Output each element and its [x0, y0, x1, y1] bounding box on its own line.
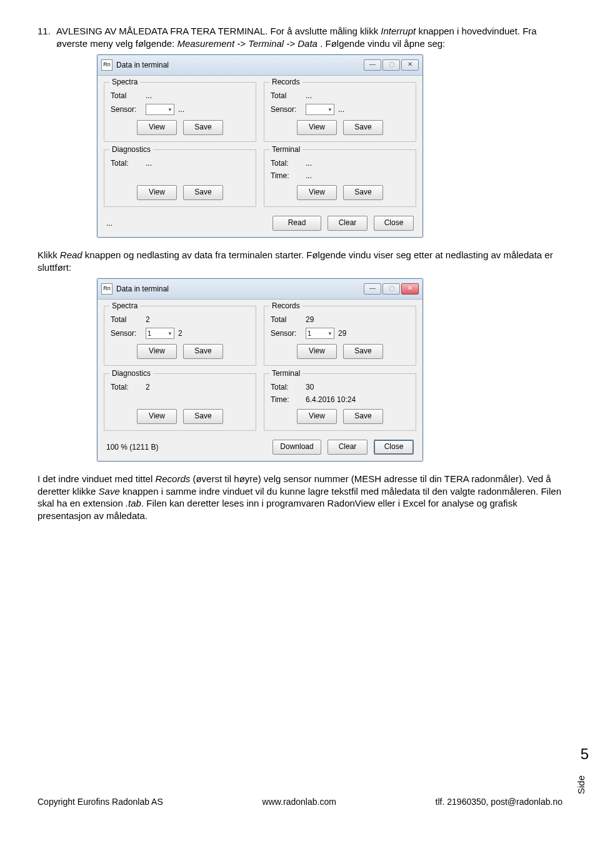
- sensor-dropdown[interactable]: 1▼: [306, 328, 334, 339]
- dialog-data-in-terminal-1: Rn Data in terminal — ▢ ✕ Spectra Total.…: [97, 54, 423, 238]
- titlebar: Rn Data in terminal — ▢ ✕: [98, 279, 422, 300]
- status-text: 100 % (1211 B): [106, 443, 266, 452]
- save-button[interactable]: Save: [183, 185, 223, 200]
- chevron-down-icon: ▼: [328, 331, 332, 336]
- minimize-icon[interactable]: —: [364, 59, 381, 71]
- titlebar: Rn Data in terminal — ▢ ✕: [98, 55, 422, 76]
- value-total: 2: [146, 383, 164, 391]
- group-records: Records Total... Sensor: ▼ ... View Save: [264, 82, 416, 142]
- value-total: ...: [306, 159, 324, 168]
- save-button[interactable]: Save: [343, 120, 383, 135]
- label-sensor: Sensor:: [111, 105, 142, 114]
- view-button[interactable]: View: [297, 409, 337, 424]
- label-total: Total:: [111, 383, 142, 391]
- sensor-dropdown[interactable]: 1▼: [146, 328, 174, 339]
- value-sensor-count: ...: [338, 105, 344, 114]
- list-number: 11.: [38, 25, 56, 49]
- page-footer: Copyright Eurofins Radonlab AS www.radon…: [38, 797, 562, 807]
- label-time: Time:: [271, 171, 302, 180]
- label-total: Total:: [271, 159, 302, 168]
- sensor-dropdown[interactable]: ▼: [306, 104, 334, 115]
- group-legend: Spectra: [109, 78, 140, 86]
- group-legend: Diagnostics: [109, 369, 153, 378]
- group-terminal: Terminal Total:... Time:... View Save: [264, 149, 416, 207]
- close-icon[interactable]: ✕: [401, 59, 419, 71]
- value-sensor-count: ...: [178, 105, 184, 114]
- clear-button[interactable]: Clear: [328, 440, 368, 455]
- label-total: Total: [271, 315, 302, 324]
- page-side-label: Side: [576, 775, 586, 794]
- save-button[interactable]: Save: [343, 409, 383, 424]
- minimize-icon[interactable]: —: [364, 283, 381, 295]
- group-records: Records Total29 Sensor: 1▼ 29 View Save: [264, 306, 416, 366]
- group-diagnostics: Diagnostics Total:2 View Save: [104, 373, 256, 431]
- value-total: ...: [146, 91, 164, 100]
- maximize-icon: ▢: [382, 59, 400, 71]
- view-button[interactable]: View: [137, 344, 177, 359]
- label-time: Time:: [271, 395, 302, 404]
- view-button[interactable]: View: [297, 344, 337, 359]
- value-total: ...: [146, 159, 164, 168]
- clear-button[interactable]: Clear: [328, 216, 368, 231]
- group-legend: Records: [269, 301, 302, 310]
- value-total: 30: [306, 383, 324, 391]
- footer-right: tlf. 21960350, post@radonlab.no: [436, 797, 562, 807]
- close-button[interactable]: Close: [374, 216, 414, 231]
- label-total: Total: [271, 91, 302, 100]
- group-legend: Terminal: [269, 145, 302, 154]
- close-button[interactable]: Close: [374, 440, 414, 455]
- save-button[interactable]: Save: [343, 344, 383, 359]
- footer-center: www.radonlab.com: [262, 797, 336, 807]
- group-legend: Terminal: [269, 369, 302, 378]
- label-sensor: Sensor:: [271, 105, 302, 114]
- label-total: Total: [111, 91, 142, 100]
- value-total: 2: [146, 315, 164, 324]
- label-total: Total:: [111, 159, 142, 168]
- value-time: ...: [306, 171, 312, 180]
- dialog-data-in-terminal-2: Rn Data in terminal — ▢ ✕ Spectra Total2…: [97, 278, 423, 462]
- value-total: ...: [306, 91, 324, 100]
- label-sensor: Sensor:: [271, 329, 302, 338]
- close-icon[interactable]: ✕: [401, 283, 419, 295]
- chevron-down-icon: ▼: [168, 331, 172, 336]
- save-button[interactable]: Save: [183, 344, 223, 359]
- view-button[interactable]: View: [137, 409, 177, 424]
- footer-left: Copyright Eurofins Radonlab AS: [38, 797, 163, 807]
- window-title: Data in terminal: [116, 61, 364, 69]
- window-title: Data in terminal: [116, 285, 364, 293]
- value-sensor-count: 29: [338, 329, 346, 338]
- group-legend: Spectra: [109, 301, 140, 310]
- label-total: Total: [111, 315, 142, 324]
- read-button[interactable]: Read: [272, 216, 321, 231]
- download-button[interactable]: Download: [272, 440, 321, 455]
- view-button[interactable]: View: [137, 120, 177, 135]
- sensor-dropdown[interactable]: ▼: [146, 104, 174, 115]
- maximize-icon: ▢: [382, 283, 400, 295]
- label-sensor: Sensor:: [111, 329, 142, 338]
- group-diagnostics: Diagnostics Total:... View Save: [104, 149, 256, 207]
- chevron-down-icon: ▼: [168, 107, 172, 113]
- chevron-down-icon: ▼: [328, 107, 332, 113]
- view-button[interactable]: View: [297, 120, 337, 135]
- view-button[interactable]: View: [297, 185, 337, 200]
- value-time: 6.4.2016 10:24: [306, 395, 356, 404]
- value-total: 29: [306, 315, 324, 324]
- app-icon: Rn: [101, 59, 112, 71]
- save-button[interactable]: Save: [183, 409, 223, 424]
- value-sensor-count: 2: [178, 329, 182, 338]
- paragraph-11: 11. AVLESING AV MÅLEDATA FRA TERA TERMIN…: [38, 25, 562, 49]
- app-icon: Rn: [101, 283, 112, 295]
- save-button[interactable]: Save: [343, 185, 383, 200]
- group-spectra: Spectra Total2 Sensor: 1▼ 2 View Save: [104, 306, 256, 366]
- paragraph-records: I det indre vinduet med tittel Records (…: [38, 473, 562, 522]
- save-button[interactable]: Save: [183, 120, 223, 135]
- paragraph-read: Klikk Read knappen og nedlasting av data…: [38, 249, 562, 273]
- label-total: Total:: [271, 383, 302, 391]
- group-legend: Records: [269, 78, 302, 86]
- view-button[interactable]: View: [137, 185, 177, 200]
- page-number: 5: [581, 745, 589, 763]
- status-text: ...: [106, 219, 266, 228]
- group-terminal: Terminal Total:30 Time:6.4.2016 10:24 Vi…: [264, 373, 416, 431]
- para-text: AVLESING AV MÅLEDATA FRA TERA TERMINAL. …: [56, 25, 562, 49]
- group-legend: Diagnostics: [109, 145, 153, 154]
